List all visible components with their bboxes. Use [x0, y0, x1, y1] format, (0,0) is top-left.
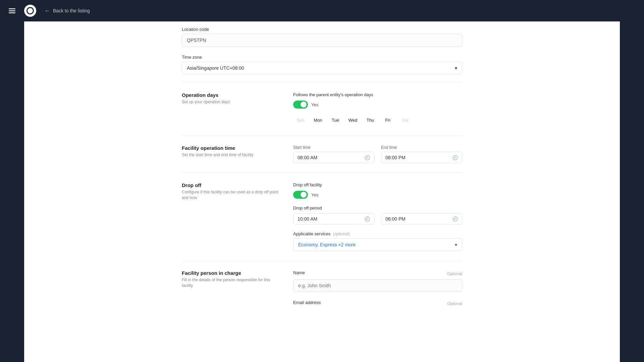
drop-off-facility-label: Drop off facility — [293, 182, 462, 187]
name-input[interactable] — [293, 279, 462, 292]
operation-days-title: Operation days — [182, 92, 282, 98]
drop-end-time-field: 🕗 — [381, 213, 462, 225]
facility-person-left: Facility person in charge Fill in the de… — [182, 270, 282, 315]
end-time-wrapper: 🕗 — [381, 152, 462, 163]
services-value: Economy, Express +2 more — [298, 242, 356, 247]
email-field-group: Email address Optional — [293, 300, 462, 307]
day-tue[interactable]: Tue — [328, 114, 343, 126]
svg-rect-1 — [9, 10, 15, 11]
email-field-label: Email address — [293, 300, 321, 305]
menu-button[interactable] — [5, 4, 19, 17]
day-sun[interactable]: Sun — [293, 114, 308, 126]
facility-person-title: Facility person in charge — [182, 270, 282, 276]
facility-person-section: Facility person in charge Fill in the de… — [182, 260, 462, 324]
facility-operation-time-section: Facility operation time Set the start ti… — [182, 135, 462, 173]
drop-end-time-input[interactable] — [385, 216, 452, 222]
operation-days-section: Operation days Set up your operation day… — [182, 82, 462, 135]
svg-rect-2 — [9, 12, 15, 13]
drop-off-left: Drop off Configure if this facility can … — [182, 182, 282, 251]
drop-off-section: Drop off Configure if this facility can … — [182, 173, 462, 260]
time-zone-field: Time zone Asia/Singapore UTC+08:00 ▾ — [182, 55, 462, 74]
drop-period-section: Drop off period 🕗 🕗 — [293, 205, 462, 225]
email-optional-badge: Optional — [447, 301, 462, 306]
operation-days-toggle-label: Yes — [311, 102, 318, 107]
operation-days-toggle-row: Yes — [293, 101, 462, 109]
location-code-input[interactable] — [182, 34, 462, 47]
name-optional-badge: Optional — [447, 272, 462, 276]
end-time-field: End time 🕗 — [381, 145, 462, 163]
operation-days-toggle[interactable] — [293, 101, 308, 109]
email-label-row: Email address Optional — [293, 300, 462, 307]
applicable-services-select[interactable]: Economy, Express +2 more ▾ — [293, 238, 462, 251]
name-field-group: Name Optional — [293, 270, 462, 292]
drop-start-clock-icon: 🕗 — [364, 216, 370, 222]
drop-end-clock-icon: 🕗 — [452, 216, 458, 222]
drop-off-right: Drop off facility Yes Drop off period — [293, 182, 462, 251]
operation-days-left: Operation days Set up your operation day… — [182, 92, 282, 126]
drop-off-toggle[interactable] — [293, 191, 308, 199]
facility-time-left: Facility operation time Set the start ti… — [182, 145, 282, 163]
applicable-optional-tag: (optional) — [333, 232, 350, 236]
drop-period-time-row: 🕗 🕗 — [293, 213, 462, 225]
svg-rect-0 — [9, 8, 15, 9]
applicable-services-section: Applicable services (optional) Economy, … — [293, 231, 462, 251]
drop-start-wrapper: 🕗 — [293, 213, 374, 225]
name-label-row: Name Optional — [293, 270, 462, 277]
day-wed[interactable]: Wed — [345, 114, 360, 126]
topbar: ← Back to the listing — [0, 0, 644, 21]
facility-time-desc: Set the start time and end time of facil… — [182, 152, 282, 158]
start-time-field: Start time 🕗 — [293, 145, 374, 163]
services-chevron-icon: ▾ — [455, 242, 457, 247]
day-sat[interactable]: Sat — [398, 114, 413, 126]
facility-person-desc: Fill in the details of the person respon… — [182, 277, 282, 289]
drop-start-time-field: 🕗 — [293, 213, 374, 225]
logo — [24, 5, 36, 17]
back-to-listing-link[interactable]: ← Back to the listing — [44, 7, 90, 14]
drop-end-wrapper: 🕗 — [381, 213, 462, 225]
drop-off-desc: Configure if this facility can be used a… — [182, 189, 282, 201]
main-content: Location code Time zone Asia/Singapore U… — [24, 21, 620, 362]
day-fri[interactable]: Fri — [380, 114, 395, 126]
facility-time-title: Facility operation time — [182, 145, 282, 151]
location-code-field: Location code — [182, 27, 462, 47]
drop-period-label: Drop off period — [293, 205, 462, 210]
day-mon[interactable]: Mon — [311, 114, 325, 126]
start-time-wrapper: 🕗 — [293, 152, 374, 163]
operation-days-desc: Set up your operation days — [182, 99, 282, 105]
back-link-label: Back to the listing — [53, 8, 90, 13]
days-row: Sun Mon Tue Wed Thu Fri Sat — [293, 114, 462, 126]
time-zone-select[interactable]: Asia/Singapore UTC+08:00 ▾ — [182, 62, 462, 74]
drop-off-title: Drop off — [182, 182, 282, 188]
end-time-label: End time — [381, 145, 462, 150]
day-thu[interactable]: Thu — [363, 114, 378, 126]
start-time-clock-icon: 🕗 — [364, 155, 370, 160]
applicable-services-label: Applicable services (optional) — [293, 231, 462, 236]
location-code-label: Location code — [182, 27, 462, 32]
facility-time-right: Start time 🕗 End time 🕗 — [293, 145, 462, 163]
time-zone-label: Time zone — [182, 55, 462, 60]
drop-start-time-input[interactable] — [298, 216, 364, 222]
drop-off-toggle-row: Yes — [293, 191, 462, 199]
time-zone-value: Asia/Singapore UTC+08:00 — [187, 65, 244, 71]
start-time-label: Start time — [293, 145, 374, 150]
drop-off-toggle-label: Yes — [311, 192, 318, 197]
back-arrow-icon: ← — [44, 7, 50, 14]
facility-time-row: Start time 🕗 End time 🕗 — [293, 145, 462, 163]
operation-days-right: Follows the parent entity's operation da… — [293, 92, 462, 126]
follows-label: Follows the parent entity's operation da… — [293, 92, 462, 97]
facility-person-right: Name Optional Email address Optional — [293, 270, 462, 315]
end-time-input[interactable] — [385, 155, 452, 160]
name-field-label: Name — [293, 270, 305, 275]
end-time-clock-icon: 🕗 — [452, 155, 458, 160]
chevron-down-icon: ▾ — [455, 65, 457, 71]
start-time-input[interactable] — [298, 155, 364, 160]
